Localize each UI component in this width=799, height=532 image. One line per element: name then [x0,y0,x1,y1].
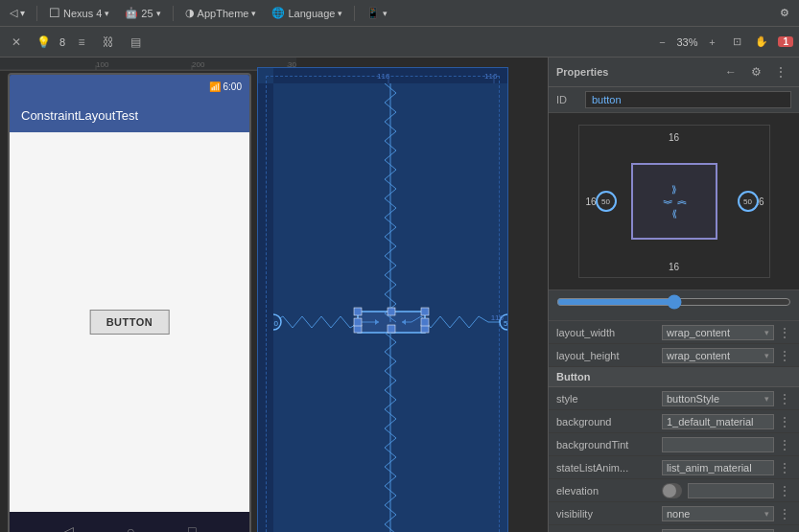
phone-content[interactable]: BUTTON [10,132,249,512]
props-settings-button[interactable]: ⚙ [745,61,766,82]
constraint-widget-area: 16 16 16 16 ⟫ ⟫ ⟫ ⟫ [549,113,799,290]
hint-button[interactable]: 💡 [33,32,54,53]
svg-rect-23 [354,325,362,333]
layout-height-row: layout_height wrap_content ▾ ⋮ [549,344,799,367]
margin-value: 8 [59,36,65,48]
onclick-row: onClick none ▾ ⋮ [549,525,799,532]
api-selector[interactable]: 🤖 25 ▾ [121,5,164,21]
inner-widget-box: ⟫ ⟫ ⟫ ⟫ [631,163,717,240]
props-more-button[interactable]: ⋮ [770,61,791,82]
dropdown-arrow3: ▾ [764,394,769,404]
back-icon: ← [725,65,737,79]
align-button[interactable]: ≡ [71,32,92,53]
svg-text:50: 50 [504,319,507,328]
properties-panel: Properties ← ⚙ ⋮ ID [548,58,799,532]
zoom-plus-icon: + [709,36,715,48]
hand-icon: ✋ [755,35,768,48]
zoom-minus-icon: − [659,36,665,48]
state-list-anim-input[interactable] [662,460,774,475]
api-icon: 🤖 [125,7,138,19]
bias-slider-row [549,290,799,321]
more-options-8[interactable]: ⋮ [778,506,791,521]
visibility-label: visibility [556,508,662,520]
style-dropdown[interactable]: buttonStyle ▾ [662,391,774,406]
more-options-3[interactable]: ⋮ [778,391,791,406]
svg-text:50: 50 [273,319,278,328]
home-nav-icon[interactable]: ○ [127,523,134,532]
svg-rect-24 [421,325,429,333]
props-header-icons: ← ⚙ ⋮ [720,61,791,82]
zoom-in-button[interactable]: + [701,32,722,53]
blueprint-dashed-border [266,76,500,532]
more-options-5[interactable]: ⋮ [778,437,791,452]
cursor-tool[interactable]: ◁ ▾ [6,5,29,21]
layout-height-dropdown[interactable]: wrap_content ▾ [662,348,774,363]
style-dropdown-text: buttonStyle [667,393,764,405]
right-constraint-circle[interactable]: 50 [738,191,759,212]
blueprint-v-ruler [258,83,273,532]
chevron-down-icon4: ▾ [338,9,342,18]
toggle-knob [663,484,676,497]
gear-icon: ⚙ [780,7,789,19]
back-nav-icon[interactable]: ◁ [63,523,74,532]
more-options-4[interactable]: ⋮ [778,414,791,429]
language-selector[interactable]: 🌐 Language ▾ [268,5,346,21]
background-tint-input[interactable] [662,437,774,452]
svg-text:116: 116 [484,72,498,81]
background-input[interactable] [662,414,774,429]
id-input[interactable] [585,91,791,108]
style-row: style buttonStyle ▾ ⋮ [549,387,799,410]
status-icons: 📶 6:00 [209,81,242,92]
api-level: 25 [141,8,153,19]
bias-slider[interactable] [556,294,791,310]
onclick-dropdown[interactable]: none ▾ [662,529,774,533]
button-section-header: Button [549,367,799,387]
theme-label: AppTheme [198,8,249,19]
visibility-dropdown[interactable]: none ▾ [662,506,774,521]
h-arrows: ⟫ ⟫ [665,197,684,207]
phone-nav-bar: ◁ ○ □ [10,512,249,532]
button-widget[interactable]: BUTTON [90,310,170,335]
layout-width-dropdown[interactable]: wrap_content ▾ [662,325,774,340]
margin-button[interactable]: ▤ [125,32,146,53]
recents-nav-icon[interactable]: □ [188,523,196,532]
chain-button[interactable]: ⛓ [98,32,119,53]
top-toolbar: ◁ ▾ ☐ Nexus 4 ▾ 🤖 25 ▾ ◑ AppTheme ▾ 🌐 La… [0,0,799,27]
more-options-9[interactable]: ⋮ [778,529,791,533]
device-selector[interactable]: ☐ Nexus 4 ▾ [45,4,113,22]
theme-selector[interactable]: ◑ AppTheme ▾ [181,5,261,21]
more-options-6[interactable]: ⋮ [778,460,791,475]
zoom-out-button[interactable]: − [651,32,672,53]
elevation-row: elevation ⋮ [549,479,799,502]
close-button[interactable]: ✕ [6,32,27,53]
layout-width-row: layout_width wrap_content ▾ ⋮ [549,321,799,344]
more-options-1[interactable]: ⋮ [778,325,791,340]
pan-tool[interactable]: ✋ [751,32,772,53]
settings-button[interactable]: ⚙ [776,5,793,21]
svg-rect-22 [421,308,429,315]
bp-ruler-h-svg: 116 116 [273,68,507,83]
props-back-button[interactable]: ← [720,61,741,82]
dropdown-arrow1: ▾ [764,328,769,337]
theme-icon: ◑ [185,7,195,19]
background-tint-value: ⋮ [662,437,791,452]
elevation-label: elevation [556,485,662,497]
dropdown-arrow4: ▾ [764,509,769,519]
left-constraint-circle[interactable]: 50 [596,191,617,212]
state-list-anim-row: stateListAnim... ⋮ [549,456,799,479]
more-options-2[interactable]: ⋮ [778,348,791,363]
separator [36,6,37,21]
background-tint-label: backgroundTint [556,439,662,451]
elevation-toggle[interactable] [662,483,682,498]
arrow-right-icon: ⟫ [662,198,672,204]
phone-status-bar: 📶 6:00 [10,75,249,98]
chevron-down-icon3: ▾ [251,9,256,18]
design-canvas[interactable]: 100 200 300 400 500 📶 6:00 [0,58,548,532]
visibility-value: none ▾ ⋮ [662,506,791,521]
zoom-fit-button[interactable]: ⊡ [726,32,747,53]
elevation-input[interactable] [688,483,774,498]
phone-selector[interactable]: 📱 ▾ [363,5,391,21]
separator3 [354,6,355,21]
more-options-7[interactable]: ⋮ [778,483,791,498]
blueprint-panel[interactable]: 116 116 [257,67,508,532]
